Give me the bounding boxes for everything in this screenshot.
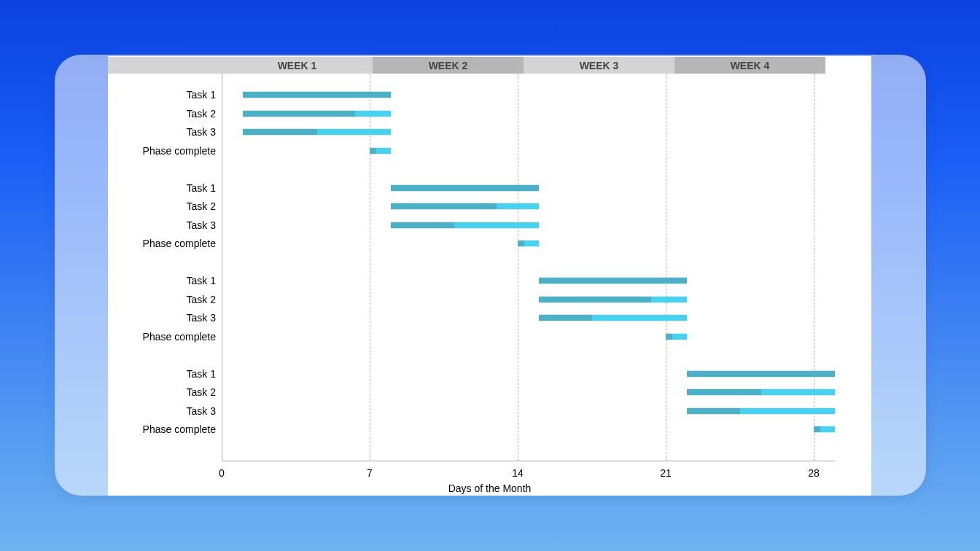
week-header-pad: [108, 57, 222, 74]
bar-segment-completed: [687, 389, 761, 396]
bar-segment-completed: [518, 241, 524, 247]
task-label: Phase complete: [108, 423, 216, 435]
task-label: Phase complete: [108, 238, 216, 249]
bar-segment-completed: [539, 296, 651, 302]
bar-segment-completed: [666, 333, 672, 340]
bar-segment-remaining: [761, 389, 836, 396]
gantt-bar: [391, 184, 539, 191]
x-axis-label: Days of the Month: [108, 482, 871, 494]
bar-segment-completed: [391, 184, 539, 191]
task-label: Phase complete: [108, 145, 216, 157]
task-label: Task 1: [108, 368, 216, 380]
week-3-header: WEEK 3: [524, 57, 674, 74]
bar-segment-completed: [687, 370, 835, 377]
task-label: Task 1: [108, 89, 216, 101]
task-label: Task 1: [108, 182, 216, 194]
gantt-bar: [539, 296, 687, 302]
task-label: Task 2: [108, 386, 216, 398]
bar-segment-remaining: [317, 129, 392, 136]
week-2-header: WEEK 2: [373, 57, 524, 74]
bar-segment-completed: [539, 278, 687, 284]
gantt-bar: [243, 110, 391, 117]
x-tick-label: 0: [219, 467, 225, 479]
bar-segment-completed: [243, 92, 391, 98]
task-label: Task 1: [108, 275, 216, 286]
bar-segment-completed: [391, 222, 454, 228]
task-label: Task 2: [108, 200, 216, 212]
chart-surface: WEEK 1 WEEK 2 WEEK 3 WEEK 4 Days of the …: [108, 56, 871, 496]
x-tick-label: 7: [367, 467, 373, 479]
task-label: Task 3: [108, 312, 216, 324]
chart-card: WEEK 1 WEEK 2 WEEK 3 WEEK 4 Days of the …: [55, 55, 926, 496]
task-label: Task 3: [108, 219, 216, 231]
x-axis-line: [222, 461, 835, 461]
gantt-bar: [518, 241, 539, 247]
bar-segment-remaining: [355, 110, 391, 117]
bar-segment-completed: [391, 203, 497, 210]
gantt-bar: [391, 222, 539, 228]
bar-segment-remaining: [651, 296, 687, 302]
gantt-bar: [687, 370, 835, 377]
bar-segment-remaining: [592, 315, 688, 321]
x-tick-label: 28: [808, 467, 820, 479]
gantt-bar: [666, 333, 687, 340]
bar-segment-completed: [243, 129, 317, 136]
x-tick-label: 21: [660, 467, 672, 479]
bar-segment-completed: [539, 315, 592, 321]
gantt-bar: [539, 278, 687, 284]
gantt-bar: [687, 407, 835, 414]
bar-segment-remaining: [524, 241, 539, 247]
bar-segment-remaining: [454, 222, 539, 228]
task-label: Task 2: [108, 294, 216, 305]
week-1-header: WEEK 1: [222, 57, 373, 74]
bar-segment-remaining: [376, 147, 391, 154]
y-axis-line: [222, 74, 222, 461]
bar-segment-remaining: [820, 426, 835, 433]
gridline: [814, 74, 814, 461]
bar-segment-remaining: [740, 407, 836, 414]
task-label: Task 3: [108, 126, 216, 138]
gantt-bar: [539, 315, 687, 321]
bar-segment-completed: [814, 426, 820, 433]
bar-segment-completed: [370, 147, 376, 154]
gridline: [518, 74, 518, 461]
bar-segment-remaining: [672, 333, 687, 340]
bar-segment-completed: [243, 110, 355, 117]
gantt-bar: [243, 92, 391, 98]
gantt-bar: [814, 426, 835, 433]
task-label: Task 3: [108, 405, 216, 417]
week-header: WEEK 1 WEEK 2 WEEK 3 WEEK 4: [108, 57, 835, 74]
gantt-bar: [391, 203, 539, 210]
bar-segment-remaining: [497, 203, 539, 210]
task-label: Phase complete: [108, 331, 216, 343]
gridline: [666, 74, 666, 461]
gantt-bar: [687, 389, 835, 396]
week-4-header: WEEK 4: [674, 57, 825, 74]
gantt-bar: [243, 129, 391, 136]
gantt-bar: [370, 147, 391, 154]
task-label: Task 2: [108, 108, 216, 120]
gantt-plot: [222, 74, 835, 461]
x-tick-label: 14: [512, 467, 524, 479]
bar-segment-completed: [687, 407, 740, 414]
